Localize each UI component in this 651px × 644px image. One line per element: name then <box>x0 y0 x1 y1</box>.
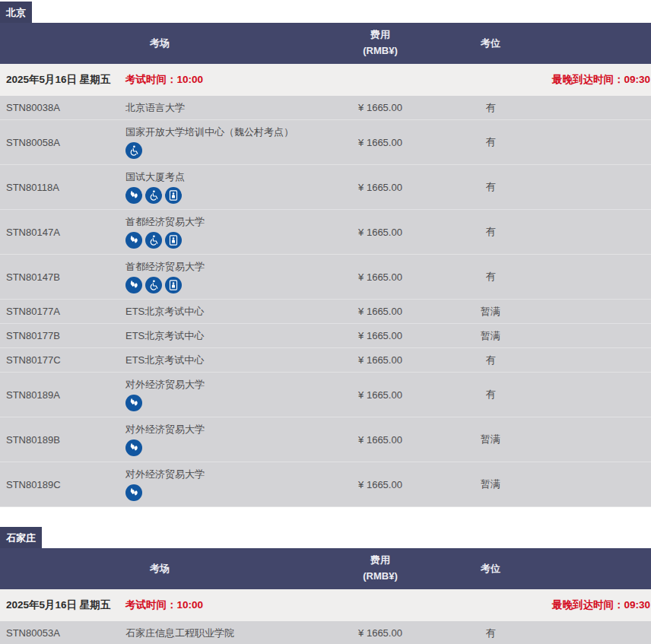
table-row: STN80038A 北京语言大学 ¥ 1665.00 有 <box>0 96 651 120</box>
exam-time: 考试时间：10:00 <box>125 73 203 87</box>
venue-cell: 对外经济贸易大学 <box>125 423 319 456</box>
seat-status: 暂满 <box>441 305 540 319</box>
table-row: STN80189B 对外经济贸易大学 ¥ 1665.00 暂满 <box>0 417 651 462</box>
seat-status: 有 <box>441 135 540 149</box>
table-row: STN80177A ETS北京考试中心 ¥ 1665.00 暂满 <box>0 300 651 324</box>
accessibility-icons <box>125 439 319 456</box>
seat-status: 暂满 <box>441 477 540 491</box>
session-code: STN80038A <box>0 102 125 113</box>
latest-arrival-time: 最晚到达时间：09:30 <box>552 73 651 87</box>
column-header-venue: 考场 <box>0 36 319 50</box>
table-row: STN80177B ETS北京考试中心 ¥ 1665.00 暂满 <box>0 324 651 348</box>
session-code: STN80118A <box>0 182 125 193</box>
seat-status: 有 <box>441 627 540 640</box>
elevator-icon <box>165 187 182 204</box>
venue-name: 北京语言大学 <box>125 101 319 115</box>
city-section-shijiazhuang: 石家庄 考场 费用 (RMB¥) 考位 2025年5月16日 星期五 考试时间：… <box>0 525 651 644</box>
accessibility-icons <box>125 395 319 411</box>
elevator-icon <box>165 232 182 249</box>
venue-cell: 首都经济贸易大学 <box>125 215 319 249</box>
sign-language-icon <box>125 187 142 204</box>
seat-status: 有 <box>441 180 540 194</box>
venue-name: 对外经济贸易大学 <box>125 423 319 436</box>
column-header-seat: 考位 <box>441 36 540 50</box>
session-code: STN80177B <box>0 330 125 341</box>
wheelchair-icon <box>145 187 162 204</box>
column-header-fee: 费用 (RMB¥) <box>319 27 441 59</box>
column-header-venue: 考场 <box>0 562 319 576</box>
seat-status: 有 <box>441 354 540 367</box>
fee-value: ¥ 1665.00 <box>319 389 441 401</box>
venue-cell: ETS北京考试中心 <box>125 329 319 343</box>
table-row: STN80118A 国试大厦考点 ¥ 1665.00 有 <box>0 165 651 210</box>
session-code: STN80177C <box>0 354 125 366</box>
fee-value: ¥ 1665.00 <box>319 627 441 639</box>
wheelchair-icon <box>145 277 162 293</box>
fee-header-line2: (RMB¥) <box>319 569 441 585</box>
fee-value: ¥ 1665.00 <box>319 330 441 341</box>
seat-status: 有 <box>441 101 540 115</box>
venue-name: ETS北京考试中心 <box>125 305 319 319</box>
venue-name: 首都经济贸易大学 <box>125 215 319 229</box>
fee-header-line2: (RMB¥) <box>319 43 441 59</box>
accessibility-icons <box>125 142 319 159</box>
venue-name: ETS北京考试中心 <box>125 354 319 367</box>
date-bar: 2025年5月16日 星期五 考试时间：10:00 最晚到达时间：09:30 <box>0 64 651 96</box>
date-bar: 2025年5月16日 星期五 考试时间：10:00 最晚到达时间：09:30 <box>0 589 651 621</box>
seat-status: 暂满 <box>441 329 540 343</box>
fee-value: ¥ 1665.00 <box>319 102 441 113</box>
venue-cell: 对外经济贸易大学 <box>125 468 319 501</box>
venue-cell: 国家开放大学培训中心（魏公村考点） <box>125 125 319 159</box>
table-row: STN80189C 对外经济贸易大学 ¥ 1665.00 暂满 <box>0 462 651 507</box>
sign-language-icon <box>125 395 142 411</box>
fee-value: ¥ 1665.00 <box>319 182 441 193</box>
latest-arrival-time: 最晚到达时间：09:30 <box>552 598 651 612</box>
sign-language-icon <box>125 277 142 293</box>
session-code: STN80177A <box>0 306 125 317</box>
table-header: 考场 费用 (RMB¥) 考位 <box>0 23 651 64</box>
venue-cell: 北京语言大学 <box>125 101 319 115</box>
session-code: STN80147B <box>0 271 125 283</box>
city-tab-beijing[interactable]: 北京 <box>0 2 32 23</box>
session-code: STN80058A <box>0 137 125 148</box>
table-row: STN80058A 国家开放大学培训中心（魏公村考点） ¥ 1665.00 有 <box>0 120 651 165</box>
venue-cell: 对外经济贸易大学 <box>125 378 319 411</box>
column-header-seat: 考位 <box>441 562 540 576</box>
city-section-beijing: 北京 考场 费用 (RMB¥) 考位 2025年5月16日 星期五 考试时间：1… <box>0 0 651 507</box>
venue-cell: 首都经济贸易大学 <box>125 260 319 293</box>
elevator-icon <box>165 277 182 293</box>
venue-name: 石家庄信息工程职业学院 <box>125 627 319 640</box>
column-header-fee: 费用 (RMB¥) <box>319 553 441 585</box>
city-tab-shijiazhuang[interactable]: 石家庄 <box>0 527 42 548</box>
fee-value: ¥ 1665.00 <box>319 306 441 317</box>
table-row: STN80053A 石家庄信息工程职业学院 ¥ 1665.00 有 <box>0 621 651 644</box>
fee-value: ¥ 1665.00 <box>319 434 441 446</box>
session-code: STN80189B <box>0 434 125 446</box>
session-code: STN80147A <box>0 227 125 238</box>
fee-value: ¥ 1665.00 <box>319 227 441 238</box>
venue-name: 首都经济贸易大学 <box>125 260 319 274</box>
session-code: STN80189C <box>0 479 125 490</box>
venue-cell: ETS北京考试中心 <box>125 354 319 367</box>
venue-cell: 石家庄信息工程职业学院 <box>125 627 319 640</box>
venue-name: 对外经济贸易大学 <box>125 378 319 392</box>
accessibility-icons <box>125 277 319 293</box>
fee-header-line1: 费用 <box>319 27 441 43</box>
wheelchair-icon <box>145 232 162 249</box>
venue-name: ETS北京考试中心 <box>125 329 319 343</box>
sign-language-icon <box>125 439 142 456</box>
fee-value: ¥ 1665.00 <box>319 271 441 283</box>
accessibility-icons <box>125 232 319 249</box>
table-row: STN80147A 首都经济贸易大学 ¥ 1665.00 有 <box>0 210 651 255</box>
sign-language-icon <box>125 232 142 249</box>
sign-language-icon <box>125 484 142 501</box>
wheelchair-icon <box>125 142 142 159</box>
table-row: STN80177C ETS北京考试中心 ¥ 1665.00 有 <box>0 348 651 373</box>
exam-time: 考试时间：10:00 <box>125 598 203 612</box>
seat-status: 有 <box>441 388 540 401</box>
fee-value: ¥ 1665.00 <box>319 137 441 148</box>
section-divider <box>0 507 651 525</box>
table-row: STN80189A 对外经济贸易大学 ¥ 1665.00 有 <box>0 373 651 417</box>
venue-name: 国家开放大学培训中心（魏公村考点） <box>125 125 319 139</box>
venue-cell: 国试大厦考点 <box>125 170 319 204</box>
